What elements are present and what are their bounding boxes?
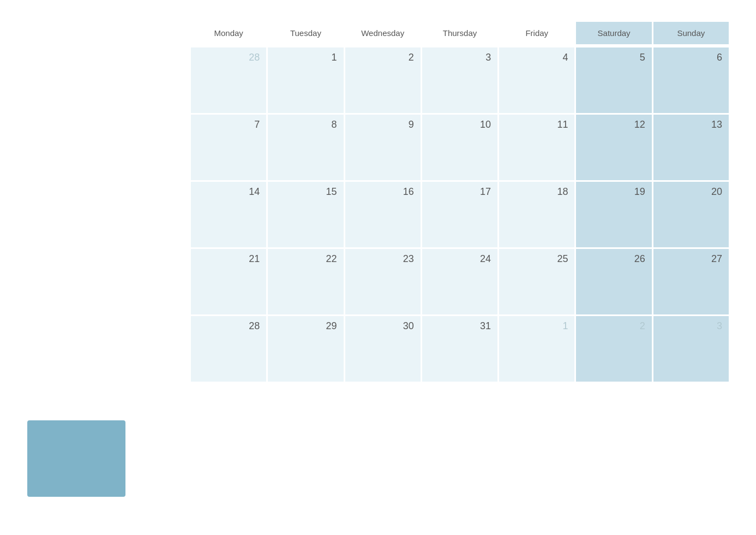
day-cell[interactable]: 14 [191,182,266,247]
day-number: 7 [254,119,260,131]
day-number: 3 [485,52,491,64]
calendar-container: MondayTuesdayWednesdayThursdayFridaySatu… [27,22,729,513]
day-cell[interactable]: 19 [576,182,651,247]
day-number: 20 [711,186,722,198]
day-number: 22 [326,253,337,265]
week-row-4: 21222324252627 [191,249,729,314]
day-cell[interactable]: 5 [576,47,651,113]
day-number: 25 [557,253,568,265]
header-day-friday: Friday [499,22,574,44]
day-cell[interactable]: 21 [191,249,266,314]
day-cell[interactable]: 4 [499,47,574,113]
header-day-saturday: Saturday [576,22,651,44]
month-year-title [27,38,191,43]
week-row-5: 28293031123 [191,316,729,382]
day-cell[interactable]: 17 [422,182,497,247]
day-number: 11 [557,119,568,131]
week-row-3: 14151617181920 [191,182,729,247]
day-number: 1 [332,52,337,64]
day-number: 1 [562,320,568,332]
day-number: 15 [326,186,337,198]
day-number: 31 [480,320,491,332]
day-number: 24 [480,253,491,265]
day-number: 2 [640,320,645,332]
day-number: 27 [711,253,722,265]
day-cell[interactable]: 12 [576,115,651,180]
day-number: 5 [640,52,645,64]
day-cell[interactable]: 1 [268,47,343,113]
day-number: 19 [634,186,645,198]
day-number: 30 [403,320,414,332]
day-number: 17 [480,186,491,198]
day-cell[interactable]: 11 [499,115,574,180]
day-cell[interactable]: 26 [576,249,651,314]
day-number: 16 [403,186,414,198]
day-cell[interactable]: 18 [499,182,574,247]
header-day-wednesday: Wednesday [345,22,421,44]
day-cell[interactable]: 30 [345,316,421,382]
week-row-1: 28123456 [191,47,729,113]
day-cell[interactable]: 16 [345,182,421,247]
day-cell[interactable]: 25 [499,249,574,314]
header-day-sunday: Sunday [653,22,729,44]
day-cell[interactable]: 3 [422,47,497,113]
week-row-2: 78910111213 [191,115,729,180]
day-number: 21 [249,253,260,265]
day-cell[interactable]: 10 [422,115,497,180]
day-cell[interactable]: 2 [345,47,421,113]
day-number: 9 [409,119,414,131]
day-cell[interactable]: 24 [422,249,497,314]
day-cell[interactable]: 1 [499,316,574,382]
calendar-header: MondayTuesdayWednesdayThursdayFridaySatu… [191,22,729,44]
calendar-weeks: 2812345678910111213141516171819202122232… [191,47,729,382]
day-cell[interactable]: 29 [268,316,343,382]
day-cell[interactable]: 23 [345,249,421,314]
day-cell[interactable]: 2 [576,316,651,382]
day-number: 26 [634,253,645,265]
day-cell[interactable]: 22 [268,249,343,314]
day-cell[interactable]: 31 [422,316,497,382]
day-cell[interactable]: 13 [653,115,729,180]
day-number: 10 [480,119,491,131]
day-number: 28 [249,320,260,332]
day-number: 14 [249,186,260,198]
day-cell[interactable]: 15 [268,182,343,247]
header-day-thursday: Thursday [422,22,497,44]
day-cell[interactable]: 8 [268,115,343,180]
month-badge [27,420,125,497]
day-cell[interactable]: 6 [653,47,729,113]
day-number: 13 [711,119,722,131]
day-number: 29 [326,320,337,332]
day-cell[interactable]: 3 [653,316,729,382]
day-number: 12 [634,119,645,131]
calendar-grid: MondayTuesdayWednesdayThursdayFridaySatu… [191,22,729,382]
header-day-monday: Monday [191,22,266,44]
day-number: 3 [717,320,722,332]
day-number: 6 [717,52,722,64]
day-number: 18 [557,186,568,198]
day-number: 2 [409,52,414,64]
header-day-tuesday: Tuesday [268,22,343,44]
day-cell[interactable]: 27 [653,249,729,314]
day-number: 28 [249,52,260,64]
day-cell[interactable]: 28 [191,47,266,113]
day-number: 23 [403,253,414,265]
left-panel [27,22,191,513]
day-cell[interactable]: 9 [345,115,421,180]
calendar-page: MondayTuesdayWednesdayThursdayFridaySatu… [0,0,756,535]
day-cell[interactable]: 28 [191,316,266,382]
day-cell[interactable]: 7 [191,115,266,180]
day-cell[interactable]: 20 [653,182,729,247]
day-number: 8 [332,119,337,131]
day-number: 4 [562,52,568,64]
